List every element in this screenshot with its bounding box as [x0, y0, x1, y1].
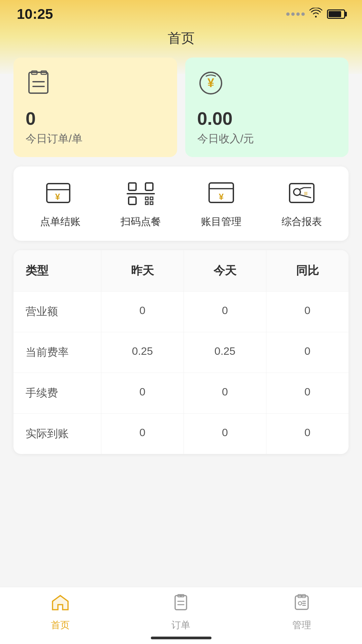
- manage-nav-icon: [293, 594, 311, 615]
- row3-ratio: 0: [266, 373, 349, 413]
- svg-text:¥: ¥: [207, 76, 214, 90]
- svg-rect-15: [145, 197, 148, 200]
- row1-type: 营业额: [13, 292, 101, 332]
- svg-rect-17: [145, 202, 148, 204]
- home-indicator: [151, 637, 211, 639]
- wifi-icon: [309, 8, 322, 21]
- svg-point-23: [294, 189, 300, 195]
- action-account-manage-label: 账目管理: [201, 215, 241, 229]
- svg-rect-18: [150, 202, 153, 204]
- revenue-label: 今日收入/元: [197, 131, 337, 146]
- svg-rect-13: [129, 197, 136, 204]
- table-row: 实际到账 0 0 0: [13, 414, 349, 454]
- revenue-icon: ¥: [197, 70, 337, 102]
- svg-text:¥: ¥: [55, 192, 60, 202]
- action-order-checkout-label: 点单结账: [40, 215, 80, 229]
- order-checkout-icon: ¥: [44, 179, 76, 209]
- svg-rect-0: [29, 72, 48, 93]
- action-scan-order-label: 扫码点餐: [121, 215, 161, 229]
- orders-nav-icon: [172, 594, 190, 615]
- nav-manage-label: 管理: [292, 619, 311, 632]
- row3-yesterday: 0: [101, 373, 184, 413]
- nav-item-home[interactable]: 首页: [0, 594, 121, 632]
- nav-item-orders[interactable]: 订单: [121, 594, 241, 632]
- revenue-value: 0.00: [197, 108, 337, 129]
- svg-rect-11: [129, 183, 136, 190]
- status-bar: 10:25: [0, 0, 362, 26]
- header-today: 今天: [184, 250, 266, 291]
- row4-yesterday: 0: [101, 414, 184, 454]
- signal-icon: [286, 12, 305, 16]
- header-yesterday: 昨天: [101, 250, 184, 291]
- stats-table: 类型 昨天 今天 同比 营业额 0 0 0 当前费率 0.25 0.25 0 手…: [13, 250, 349, 454]
- row2-ratio: 0: [266, 332, 349, 373]
- account-manage-icon: ¥: [205, 179, 237, 209]
- status-icons: [286, 8, 345, 21]
- page-title: 首页: [0, 26, 362, 58]
- table-row: 营业额 0 0 0: [13, 292, 349, 332]
- table-row: 当前费率 0.25 0.25 0: [13, 332, 349, 373]
- bottom-nav: 首页 订单 管理: [0, 587, 362, 644]
- orders-icon: [26, 70, 165, 102]
- svg-line-24: [300, 188, 304, 189]
- row3-today: 0: [184, 373, 266, 413]
- orders-value: 0: [26, 108, 165, 129]
- row4-today: 0: [184, 414, 266, 454]
- svg-rect-28: [175, 596, 187, 610]
- svg-text:≡: ≡: [304, 190, 308, 197]
- row4-type: 实际到账: [13, 414, 101, 454]
- svg-text:¥: ¥: [219, 192, 224, 202]
- revenue-card: ¥ 0.00 今日收入/元: [185, 58, 349, 157]
- row1-ratio: 0: [266, 292, 349, 332]
- row4-ratio: 0: [266, 414, 349, 454]
- svg-point-36: [298, 602, 302, 605]
- row2-type: 当前费率: [13, 332, 101, 373]
- home-nav-icon: [51, 594, 69, 615]
- status-time: 10:25: [17, 6, 53, 22]
- comprehensive-report-icon: ≡: [286, 179, 318, 209]
- action-scan-order[interactable]: 扫码点餐: [121, 179, 161, 229]
- nav-home-label: 首页: [51, 619, 70, 632]
- row1-yesterday: 0: [101, 292, 184, 332]
- action-account-manage[interactable]: ¥ 账目管理: [201, 179, 241, 229]
- row2-yesterday: 0.25: [101, 332, 184, 373]
- battery-icon: [327, 9, 345, 19]
- svg-rect-16: [150, 197, 153, 200]
- row1-today: 0: [184, 292, 266, 332]
- action-order-checkout[interactable]: ¥ 点单结账: [40, 179, 80, 229]
- header-type: 类型: [13, 250, 101, 291]
- header-ratio: 同比: [266, 250, 349, 291]
- svg-rect-12: [145, 183, 153, 190]
- row2-today: 0.25: [184, 332, 266, 373]
- quick-actions-panel: ¥ 点单结账 扫码点餐: [13, 166, 349, 241]
- action-comprehensive-report[interactable]: ≡ 综合报表: [282, 179, 322, 229]
- action-comprehensive-report-label: 综合报表: [282, 215, 322, 229]
- row3-type: 手续费: [13, 373, 101, 413]
- main-content: 0 今日订单/单 ¥ 0.00 今日收入/元 ¥: [0, 58, 362, 454]
- nav-item-manage[interactable]: 管理: [241, 594, 362, 632]
- stats-header-row: 类型 昨天 今天 同比: [13, 250, 349, 292]
- table-row: 手续费 0 0 0: [13, 373, 349, 414]
- orders-label: 今日订单/单: [26, 131, 165, 146]
- scan-order-icon: [125, 179, 157, 209]
- top-cards: 0 今日订单/单 ¥ 0.00 今日收入/元: [13, 58, 349, 157]
- orders-card: 0 今日订单/单: [13, 58, 177, 157]
- nav-orders-label: 订单: [171, 619, 190, 632]
